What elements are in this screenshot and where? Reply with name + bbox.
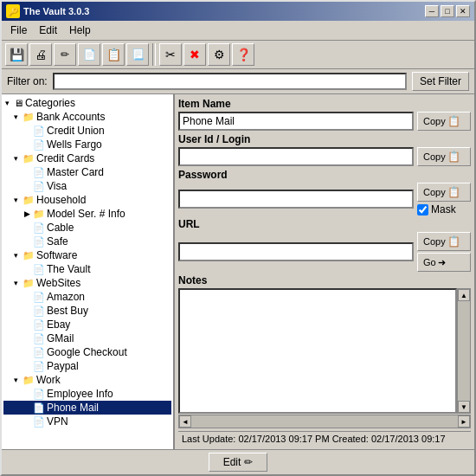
tree-label-employee-info: Employee Info xyxy=(47,388,113,400)
url-label: URL xyxy=(178,218,471,230)
folder-icon-model-ser: 📁 xyxy=(33,209,45,220)
tree-item-categories[interactable]: ▾ 🖥 Categories xyxy=(3,96,171,110)
filter-bar: Filter on: Set Filter xyxy=(2,69,474,94)
doc-icon-wells-fargo: 📄 xyxy=(33,139,45,151)
scroll-up-button[interactable]: ▲ xyxy=(458,289,470,301)
tree-item-household[interactable]: ▾ 📁 Household xyxy=(3,193,171,207)
minimize-button[interactable]: ─ xyxy=(425,5,439,17)
doc-icon-vault: 📄 xyxy=(33,264,45,275)
tree-item-google-checkout[interactable]: 📄 Google Checkout xyxy=(3,345,171,359)
tree-arrow-bank: ▾ xyxy=(14,113,23,121)
maximize-button[interactable]: □ xyxy=(441,5,454,17)
menu-help[interactable]: Help xyxy=(64,23,96,38)
doc-icon-safe: 📄 xyxy=(33,236,45,248)
tree-item-the-vault[interactable]: 📄 The Vault xyxy=(3,262,171,276)
url-copy-button[interactable]: Copy 📋 xyxy=(417,232,471,251)
url-go-button[interactable]: Go ➜ xyxy=(417,253,471,272)
edit-toolbar-button[interactable]: ✏ xyxy=(54,43,76,66)
folder-icon-work: 📁 xyxy=(23,375,35,386)
tree-label-master-card: Master Card xyxy=(47,166,104,178)
copy-label-url: Copy xyxy=(423,236,446,247)
tree-item-vpn[interactable]: 📄 VPN xyxy=(3,415,171,428)
doc-icon-gmail: 📄 xyxy=(33,333,45,344)
tree-item-cable[interactable]: 📄 Cable xyxy=(3,221,171,235)
print-toolbar-button[interactable]: 🖨 xyxy=(29,43,52,66)
doc-icon-phone-mail: 📄 xyxy=(33,402,45,414)
edit-button[interactable]: Edit ✏ xyxy=(209,453,268,472)
notes-textarea[interactable] xyxy=(178,288,457,414)
mask-checkbox[interactable] xyxy=(417,204,428,215)
tree-panel: ▾ 🖥 Categories ▾ 📁 Bank Accounts 📄 Credi… xyxy=(2,94,175,449)
user-login-copy-button[interactable]: Copy 📋 xyxy=(417,147,471,166)
scroll-right-button[interactable]: ► xyxy=(458,415,470,428)
tree-label-bank-accounts: Bank Accounts xyxy=(36,111,105,123)
notes-scrollbar: ▲ ▼ xyxy=(457,288,471,414)
filter-label: Filter on: xyxy=(7,75,48,87)
password-row: Copy 📋 Mask xyxy=(178,183,471,215)
new-toolbar-button[interactable]: 📄 xyxy=(78,43,100,66)
mask-label: Mask xyxy=(431,203,456,215)
tree-arrow-categories: ▾ xyxy=(5,99,14,107)
menu-file[interactable]: File xyxy=(5,23,32,38)
tree-item-visa[interactable]: 📄 Visa xyxy=(3,179,171,193)
delete-toolbar-button[interactable]: ✖ xyxy=(183,43,206,66)
tree-item-websites[interactable]: ▾ 📁 WebSites xyxy=(3,276,171,290)
close-button[interactable]: ✕ xyxy=(456,5,470,17)
settings-toolbar-button[interactable]: ⚙ xyxy=(208,43,230,66)
doc-icon-visa: 📄 xyxy=(33,181,45,192)
bottom-bar: Edit ✏ xyxy=(2,449,474,474)
tree-item-bank-accounts[interactable]: ▾ 📁 Bank Accounts xyxy=(3,110,171,124)
item-name-input[interactable] xyxy=(178,112,414,131)
password-copy-button[interactable]: Copy 📋 xyxy=(417,183,471,202)
item-name-copy-button[interactable]: Copy 📋 xyxy=(417,112,471,131)
copy2-toolbar-button[interactable]: 📋 xyxy=(102,43,125,66)
tree-item-wells-fargo[interactable]: 📄 Wells Fargo xyxy=(3,138,171,151)
menu-edit[interactable]: Edit xyxy=(34,23,62,38)
doc-icon-best-buy: 📄 xyxy=(33,306,45,317)
tree-item-phone-mail[interactable]: 📄 Phone Mail xyxy=(3,401,171,415)
paste-toolbar-button[interactable]: 📃 xyxy=(126,43,149,66)
toolbar: 💾 🖨 ✏ 📄 📋 📃 ✂ ✖ ⚙ ❓ xyxy=(2,41,474,69)
scroll-left-button[interactable]: ◄ xyxy=(179,415,191,428)
save-toolbar-button[interactable]: 💾 xyxy=(5,43,28,66)
user-login-input[interactable] xyxy=(178,147,414,166)
tree-item-best-buy[interactable]: 📄 Best Buy xyxy=(3,304,171,318)
filter-input[interactable] xyxy=(53,73,407,90)
tree-item-employee-info[interactable]: 📄 Employee Info xyxy=(3,387,171,401)
main-window: 🔑 The Vault 3.0.3 ─ □ ✕ File Edit Help 💾… xyxy=(0,0,476,476)
password-right: Copy 📋 Mask xyxy=(417,183,471,215)
tree-item-paypal[interactable]: 📄 Paypal xyxy=(3,359,171,373)
help-toolbar-button[interactable]: ❓ xyxy=(232,43,254,66)
title-bar: 🔑 The Vault 3.0.3 ─ □ ✕ xyxy=(2,2,474,21)
tree-arrow-model-ser: ▶ xyxy=(24,209,33,218)
tree-item-credit-cards[interactable]: ▾ 📁 Credit Cards xyxy=(3,151,171,165)
url-input[interactable] xyxy=(178,242,414,261)
tree-label-visa: Visa xyxy=(47,180,67,192)
doc-icon-google-checkout: 📄 xyxy=(33,347,45,358)
doc-icon-vpn: 📄 xyxy=(33,416,45,428)
tree-item-work[interactable]: ▾ 📁 Work xyxy=(3,373,171,387)
tree-item-amazon[interactable]: 📄 Amazon xyxy=(3,290,171,304)
scroll-down-button[interactable]: ▼ xyxy=(458,401,470,413)
folder-icon-software: 📁 xyxy=(23,250,35,261)
notes-label: Notes xyxy=(178,274,471,286)
horiz-track xyxy=(191,415,458,428)
doc-icon-master-card: 📄 xyxy=(33,167,45,178)
cut-toolbar-button[interactable]: ✂ xyxy=(159,43,182,66)
tree-item-master-card[interactable]: 📄 Master Card xyxy=(3,165,171,179)
tree-label-software: Software xyxy=(36,249,77,261)
password-input[interactable] xyxy=(178,190,414,209)
tree-item-safe[interactable]: 📄 Safe xyxy=(3,235,171,248)
user-login-row: Copy 📋 xyxy=(178,147,471,166)
doc-icon-amazon: 📄 xyxy=(33,292,45,303)
set-filter-button[interactable]: Set Filter xyxy=(412,72,469,91)
tree-item-credit-union[interactable]: 📄 Credit Union xyxy=(3,124,171,138)
tree-item-ebay[interactable]: 📄 Ebay xyxy=(3,318,171,331)
tree-item-model-ser[interactable]: ▶ 📁 Model Ser. # Info xyxy=(3,207,171,221)
doc-icon-cable: 📄 xyxy=(33,222,45,234)
horiz-scroll: ◄ ► xyxy=(178,415,471,428)
tree-item-gmail[interactable]: 📄 GMail xyxy=(3,331,171,345)
item-name-group: Item Name Copy 📋 xyxy=(178,98,471,131)
go-arrow-icon: ➜ xyxy=(438,257,446,268)
tree-item-software[interactable]: ▾ 📁 Software xyxy=(3,248,171,262)
